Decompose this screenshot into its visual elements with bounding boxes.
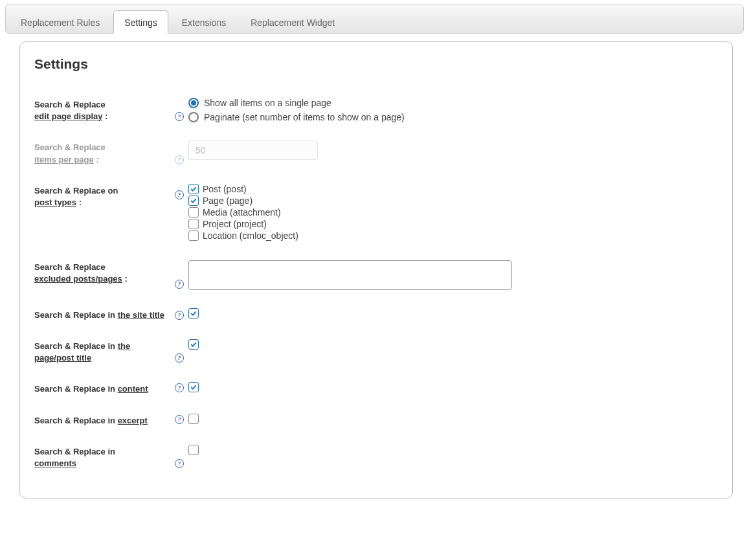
help-icon[interactable]: ? [175, 383, 184, 392]
row-edit-page-display: Search & Replace edit page display : ? S… [34, 89, 718, 131]
checkbox-post-type-3[interactable] [188, 219, 199, 229]
label-post-types: Search & Replace on post types : [34, 184, 170, 208]
checkbox-content[interactable] [188, 382, 199, 392]
tab-replacement-rules[interactable]: Replacement Rules [10, 10, 111, 33]
help-icon[interactable]: ? [175, 190, 184, 199]
radio-paginate-label: Paginate (set number of items to show on… [204, 112, 405, 122]
row-excerpt: Search & Replace in excerpt ? [34, 405, 718, 436]
help-icon[interactable]: ? [175, 112, 184, 121]
label-comments: Search & Replace in comments [34, 445, 170, 469]
excluded-input[interactable] [188, 260, 512, 290]
checkbox-post-title[interactable] [188, 339, 199, 350]
checkbox-excerpt[interactable] [188, 414, 199, 424]
label-post-title: Search & Replace in the page/post title [34, 339, 170, 364]
tab-extensions[interactable]: Extensions [171, 10, 237, 33]
label-excluded: Search & Replace excluded posts/pages : [34, 260, 170, 285]
checkbox-post-type-0[interactable] [188, 184, 199, 194]
post-types-list: Post (post)Page (page)Media (attachment)… [188, 184, 718, 242]
label-content: Search & Replace in content [34, 382, 170, 395]
post-type-label: Media (attachment) [203, 207, 281, 218]
radio-paginate[interactable] [188, 112, 199, 122]
row-items-per-page: Search & Replace items per page : ? [34, 131, 718, 174]
label-site-title: Search & Replace in the site title [34, 308, 170, 321]
row-post-title: Search & Replace in the page/post title … [34, 330, 718, 373]
help-icon[interactable]: ? [175, 353, 184, 363]
row-post-types: Search & Replace on post types : ? Post … [34, 175, 718, 251]
post-type-label: Location (cmloc_object) [203, 230, 298, 241]
help-icon[interactable]: ? [175, 280, 184, 289]
help-icon[interactable]: ? [175, 459, 184, 468]
row-site-title: Search & Replace in the site title ? [34, 299, 718, 330]
row-excluded: Search & Replace excluded posts/pages : … [34, 251, 718, 299]
checkbox-post-type-1[interactable] [188, 196, 199, 206]
row-comments: Search & Replace in comments ? [34, 436, 718, 478]
label-excerpt: Search & Replace in excerpt [34, 414, 170, 427]
checkbox-comments[interactable] [188, 445, 199, 455]
tab-settings[interactable]: Settings [113, 10, 168, 34]
row-content: Search & Replace in content ? [34, 373, 718, 404]
label-edit-page-display: Search & Replace edit page display : [34, 98, 170, 122]
help-icon[interactable]: ? [175, 155, 184, 164]
checkbox-post-type-4[interactable] [188, 230, 199, 241]
items-per-page-input[interactable] [188, 140, 318, 160]
tab-replacement-widget[interactable]: Replacement Widget [240, 10, 346, 33]
post-type-label: Project (project) [203, 219, 267, 229]
radio-show-all-label: Show all items on a single page [204, 98, 331, 108]
label-items-per-page: Search & Replace items per page : [34, 140, 170, 165]
settings-panel: Settings Search & Replace edit page disp… [19, 41, 733, 498]
page-title: Settings [34, 56, 718, 72]
post-type-label: Page (page) [203, 196, 252, 206]
post-type-label: Post (post) [203, 184, 247, 194]
tab-bar: Replacement Rules Settings Extensions Re… [5, 5, 744, 34]
checkbox-site-title[interactable] [188, 308, 199, 319]
checkbox-post-type-2[interactable] [188, 207, 199, 218]
help-icon[interactable]: ? [175, 415, 184, 424]
help-icon[interactable]: ? [175, 311, 184, 320]
radio-show-all[interactable] [188, 98, 199, 108]
